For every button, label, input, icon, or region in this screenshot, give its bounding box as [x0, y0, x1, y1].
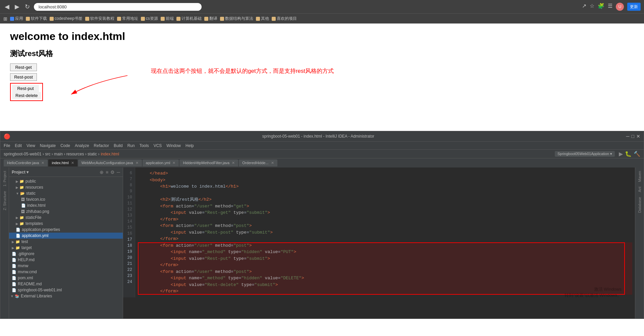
tree-item-appprops[interactable]: 📄 application.properties: [9, 227, 123, 233]
close-button[interactable]: ✕: [636, 134, 640, 139]
tree-item-test[interactable]: ▶ 📁 test: [9, 239, 123, 245]
editor-area[interactable]: 6 7 8 9 10 11 12 13 14 15 16 17 18 19 20…: [123, 167, 635, 319]
tree-item-staticfile[interactable]: ▶ 📁 staticFile: [9, 214, 123, 221]
code-line-16: </form>: [139, 236, 632, 242]
bookmark-software[interactable]: 软件下载: [26, 16, 47, 21]
back-button[interactable]: ◀: [3, 3, 11, 10]
folder-icon-extlibs: 📚: [15, 294, 19, 298]
tab-hiddenhttpmethod[interactable]: HiddenHttpMethodFilter.java ✕: [179, 159, 238, 166]
tab-appyml[interactable]: application.yml ✕: [143, 159, 179, 166]
bookmark-algo[interactable]: 数据结构与算法: [220, 16, 253, 21]
bookmark-apps[interactable]: 应用: [10, 16, 23, 21]
editor-content: 6 7 8 9 10 11 12 13 14 15 16 17 18 19 20…: [123, 167, 635, 297]
bookmarks-bar: ⊞ 应用 软件下载 codesheep书签 软件安装教程 常用地址 cs资源 前…: [0, 13, 644, 23]
tab-hellocontroller[interactable]: HelloController.java ✕: [4, 159, 48, 166]
rest-post-button[interactable]: Rest-post: [10, 73, 37, 81]
menu-window[interactable]: Window: [166, 143, 181, 148]
menu-build[interactable]: Build: [114, 143, 123, 148]
bookmark-front[interactable]: 前端: [161, 16, 174, 21]
tree-item-iml[interactable]: 📄 springboot-05-web01.iml: [9, 287, 123, 293]
run-config[interactable]: Springboot05Web01Application ▾: [555, 151, 615, 157]
tree-item-templates[interactable]: ▶ 📁 templates: [9, 221, 123, 227]
tab-index-html-label: index.html: [52, 161, 68, 165]
tree-item-helpmd[interactable]: 📄 HELP.md: [9, 257, 123, 263]
bookmark-codesheep[interactable]: codesheep书签: [50, 16, 83, 21]
profile-icon[interactable]: U: [616, 3, 624, 11]
bookmark-install[interactable]: 软件安装教程: [85, 16, 114, 21]
tree-label-mvnw: mvnw: [18, 263, 28, 268]
extensions-icon[interactable]: 🧩: [598, 3, 604, 11]
tab-appyml-close[interactable]: ✕: [172, 161, 175, 165]
tree-label-public: public: [25, 179, 36, 184]
vtab-database[interactable]: Database: [637, 195, 642, 215]
tree-label-appyml: application.yml: [22, 233, 48, 238]
collapse-icon[interactable]: ≡: [106, 170, 108, 175]
maximize-button[interactable]: □: [632, 134, 634, 139]
tree-item-resources[interactable]: ▶ 📁 resources: [9, 184, 123, 190]
bookmark-fav[interactable]: 喜欢的项目: [272, 16, 297, 21]
close-panel-icon[interactable]: ─: [117, 170, 120, 175]
bookmark-other[interactable]: 其他: [256, 16, 269, 21]
bookmark-computer[interactable]: 计算机基础: [176, 16, 202, 21]
tree-item-static[interactable]: ▼ 📂 static: [9, 190, 123, 196]
vtab-structure[interactable]: Z: Structure: [2, 189, 7, 212]
refresh-button[interactable]: ↻: [23, 3, 31, 10]
line-num-19: 19: [126, 249, 132, 255]
tab-index-html[interactable]: index.html ✕: [48, 159, 77, 166]
bookmark-translate[interactable]: 翻译: [204, 16, 217, 21]
rest-delete-button[interactable]: Rest-delete: [12, 92, 41, 99]
vtab-project[interactable]: 1: Project: [2, 169, 7, 188]
apps-icon[interactable]: ⊞: [3, 16, 7, 21]
bookmark-addr[interactable]: 常用地址: [117, 16, 138, 21]
tree-item-readmemd[interactable]: 📄 README.md: [9, 281, 123, 287]
tree-item-favicon[interactable]: 🖼 favicon.ico: [9, 196, 123, 202]
menu-view[interactable]: View: [26, 143, 35, 148]
bookmark-cs[interactable]: cs资源: [141, 16, 158, 21]
menu-navigate[interactable]: Navigate: [40, 143, 56, 148]
tree-item-public[interactable]: ▶ 📁 public: [9, 178, 123, 184]
address-bar[interactable]: localhost:8080: [34, 3, 202, 11]
tab-webmvc-close[interactable]: ✕: [136, 161, 139, 165]
debug-icon[interactable]: 🐛: [625, 151, 632, 157]
menu-vcs[interactable]: VCS: [154, 143, 162, 148]
tab-hellocontroller-close[interactable]: ✕: [41, 161, 44, 165]
menu-refactor[interactable]: Refactor: [94, 143, 109, 148]
settings-icon[interactable]: ⚙: [110, 170, 115, 175]
vtab-maven[interactable]: Maven: [637, 169, 642, 184]
bookmark-icon[interactable]: ☆: [590, 3, 594, 11]
rest-get-button[interactable]: Rest-get: [10, 63, 37, 71]
menu-analyze[interactable]: Analyze: [75, 143, 89, 148]
add-icon[interactable]: ⊕: [100, 170, 104, 175]
tree-item-appyml[interactable]: 📄 application.yml: [9, 233, 123, 239]
menu-run[interactable]: Run: [127, 143, 135, 148]
update-button[interactable]: 更新: [627, 3, 641, 11]
tab-index-html-close[interactable]: ✕: [71, 161, 74, 165]
tree-item-extlibs[interactable]: ▼ 📚 External Libraries: [9, 293, 123, 299]
share-icon[interactable]: ↗: [582, 3, 586, 11]
forward-button[interactable]: ▶: [13, 3, 21, 10]
tree-item-mvnw[interactable]: 📄 mvnw: [9, 263, 123, 269]
build-icon[interactable]: 🔨: [634, 151, 640, 157]
file-icon-zhifubao: 🖼: [21, 209, 25, 213]
rest-put-button[interactable]: Rest-put: [12, 85, 39, 92]
tree-item-mvnwcmd[interactable]: 📄 mvnw.cmd: [9, 269, 123, 275]
tree-item-target[interactable]: ▶ 📁 target: [9, 245, 123, 251]
tab-webmvc[interactable]: WebMvcAutoConfiguration.java ✕: [78, 159, 142, 166]
menu-file[interactable]: File: [4, 143, 10, 148]
tab-orderedhidden[interactable]: OrderedHidde... ✕: [239, 159, 277, 166]
vtab-ant[interactable]: Ant: [637, 185, 642, 194]
tree-item-zhifubao[interactable]: 🖼 zhifubao.png: [9, 208, 123, 214]
menu-help[interactable]: Help: [185, 143, 194, 148]
tree-item-indexhtml[interactable]: 📄 index.html: [9, 202, 123, 208]
minimize-button[interactable]: ─: [626, 134, 630, 139]
tab-hiddenhttpmethod-close[interactable]: ✕: [232, 161, 235, 165]
menu-icon[interactable]: ☰: [608, 3, 612, 11]
tree-item-gitignore[interactable]: 📄 .gitignore: [9, 251, 123, 257]
menu-edit[interactable]: Edit: [15, 143, 22, 148]
tab-orderedhidden-close[interactable]: ✕: [271, 161, 274, 165]
menu-code[interactable]: Code: [60, 143, 70, 148]
run-icon[interactable]: ▶: [619, 151, 623, 157]
menu-tools[interactable]: Tools: [140, 143, 149, 148]
toolbar-icons: ↗ ☆ 🧩 ☰ U 更新: [582, 3, 641, 11]
tree-item-pomxml[interactable]: 📄 pom.xml: [9, 275, 123, 281]
